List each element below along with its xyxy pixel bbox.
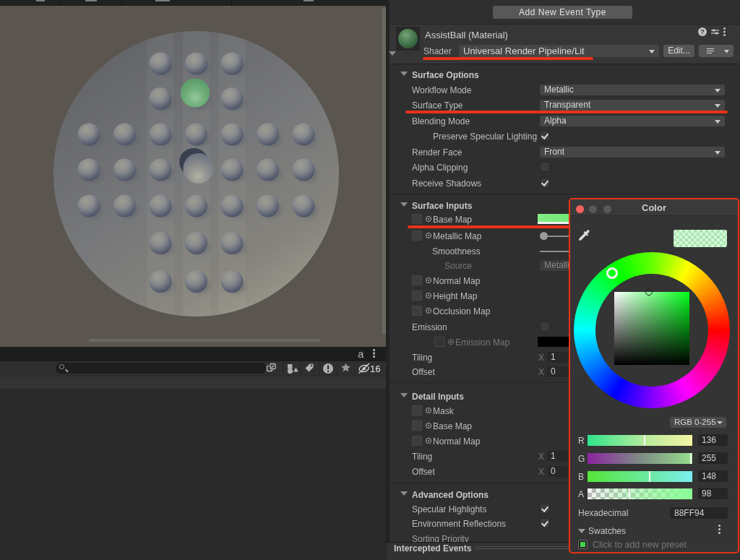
svg-text:16: 16 — [370, 363, 380, 374]
